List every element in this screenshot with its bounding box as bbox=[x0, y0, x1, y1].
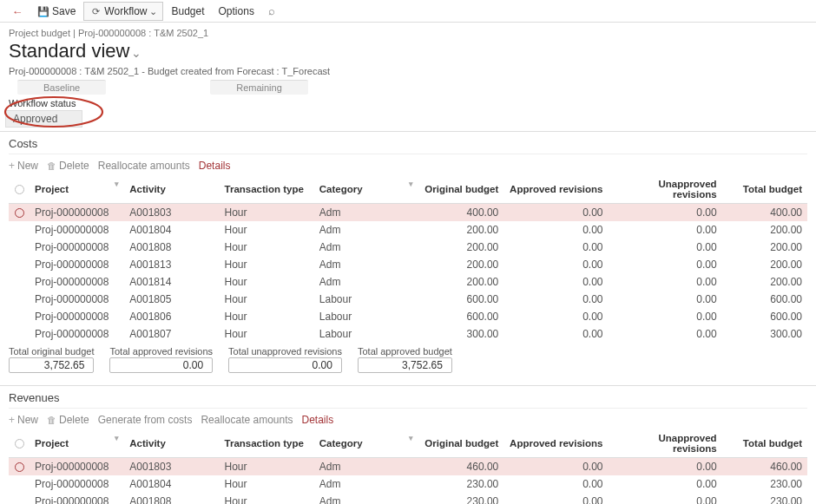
cell-orig: 200.00 bbox=[418, 273, 503, 291]
revenues-delete[interactable]: Delete bbox=[47, 414, 89, 426]
col-orig[interactable]: Original budget bbox=[418, 429, 503, 458]
revenues-new[interactable]: New bbox=[9, 414, 38, 426]
options-button[interactable]: Options bbox=[213, 2, 260, 21]
cell-apprev: 0.00 bbox=[503, 291, 608, 308]
col-project[interactable]: Project bbox=[30, 175, 124, 204]
chevron-down-icon bbox=[149, 5, 157, 17]
col-unapprev[interactable]: Unapproved revisions bbox=[608, 429, 721, 458]
revenues-gen-from-costs[interactable]: Generate from costs bbox=[98, 414, 193, 426]
cell-apprev: 0.00 bbox=[503, 221, 608, 239]
table-row[interactable]: Proj-000000008A001803HourAdm460.000.000.… bbox=[9, 458, 807, 476]
col-apprev[interactable]: Approved revisions bbox=[503, 175, 608, 204]
cell-unapprev: 0.00 bbox=[608, 458, 721, 476]
table-row[interactable]: Proj-000000008A001806HourLabour600.000.0… bbox=[9, 308, 807, 325]
costs-new[interactable]: New bbox=[9, 160, 38, 172]
cell-project: Proj-000000008 bbox=[30, 273, 124, 291]
col-activity[interactable]: Activity bbox=[124, 429, 219, 458]
table-row[interactable]: Proj-000000008A001807HourLabour300.000.0… bbox=[9, 325, 807, 343]
table-row[interactable]: Proj-000000008A001813HourAdm200.000.000.… bbox=[9, 256, 807, 273]
cell-orig: 300.00 bbox=[418, 325, 503, 343]
workflow-button[interactable]: Workflow bbox=[83, 2, 163, 21]
select-all-radio[interactable] bbox=[15, 185, 24, 194]
tab-baseline[interactable]: Baseline bbox=[17, 80, 106, 95]
table-row[interactable]: Proj-000000008A001804HourAdm230.000.000.… bbox=[9, 475, 807, 493]
table-row[interactable]: Proj-000000008A001805HourLabour600.000.0… bbox=[9, 291, 807, 308]
cell-category: Adm bbox=[314, 493, 418, 504]
col-total[interactable]: Total budget bbox=[722, 429, 807, 458]
col-orig[interactable]: Original budget bbox=[418, 175, 503, 204]
costs-tot-apprev: 0.00 bbox=[109, 357, 213, 373]
cell-txtype: Hour bbox=[220, 291, 314, 308]
row-radio[interactable] bbox=[15, 462, 24, 472]
table-row[interactable]: Proj-000000008A001803HourAdm400.000.000.… bbox=[9, 204, 807, 222]
cell-total: 400.00 bbox=[722, 204, 807, 222]
select-all-radio[interactable] bbox=[15, 439, 24, 448]
arrow-left-icon bbox=[11, 5, 23, 17]
costs-section: Costs New Delete Reallocate amounts Deta… bbox=[0, 132, 816, 382]
cell-total: 300.00 bbox=[722, 325, 807, 343]
cell-apprev: 0.00 bbox=[503, 325, 608, 343]
budget-button[interactable]: Budget bbox=[165, 2, 210, 21]
col-total[interactable]: Total budget bbox=[722, 175, 807, 204]
cell-orig: 200.00 bbox=[418, 239, 503, 256]
tab-remaining[interactable]: Remaining bbox=[210, 80, 308, 95]
costs-table: Project Activity Transaction type Catego… bbox=[9, 175, 807, 343]
col-category[interactable]: Category bbox=[314, 429, 418, 458]
col-txtype[interactable]: Transaction type bbox=[220, 429, 314, 458]
top-toolbar: Save Workflow Budget Options bbox=[0, 0, 816, 23]
cell-total: 200.00 bbox=[722, 273, 807, 291]
cell-orig: 230.00 bbox=[418, 493, 503, 504]
table-row[interactable]: Proj-000000008A001808HourAdm230.000.000.… bbox=[9, 493, 807, 504]
table-row[interactable]: Proj-000000008A001808HourAdm200.000.000.… bbox=[9, 239, 807, 256]
col-category[interactable]: Category bbox=[314, 175, 418, 204]
cell-total: 600.00 bbox=[722, 308, 807, 325]
costs-tot-orig: 3,752.65 bbox=[9, 357, 94, 373]
cell-orig: 600.00 bbox=[418, 308, 503, 325]
revenues-section: Revenues New Delete Generate from costs … bbox=[0, 386, 816, 504]
cell-txtype: Hour bbox=[220, 493, 314, 504]
cell-orig: 200.00 bbox=[418, 256, 503, 273]
cell-apprev: 0.00 bbox=[503, 308, 608, 325]
cell-activity: A001808 bbox=[124, 239, 219, 256]
cell-activity: A001803 bbox=[124, 204, 219, 222]
col-txtype[interactable]: Transaction type bbox=[220, 175, 314, 204]
cell-orig: 400.00 bbox=[418, 204, 503, 222]
cell-orig: 200.00 bbox=[418, 221, 503, 239]
sub-description: Proj-000000008 : T&M 2502_1 - Budget cre… bbox=[0, 66, 816, 80]
cell-unapprev: 0.00 bbox=[608, 256, 721, 273]
cell-project: Proj-000000008 bbox=[30, 221, 124, 239]
costs-title: Costs bbox=[9, 135, 807, 154]
revenues-reallocate[interactable]: Reallocate amounts bbox=[201, 414, 293, 426]
cell-txtype: Hour bbox=[220, 256, 314, 273]
costs-delete[interactable]: Delete bbox=[47, 160, 89, 172]
cell-apprev: 0.00 bbox=[503, 493, 608, 504]
col-unapprev[interactable]: Unapproved revisions bbox=[608, 175, 721, 204]
page-title[interactable]: Standard view⌄ bbox=[0, 40, 816, 66]
revenues-details[interactable]: Details bbox=[302, 414, 334, 426]
cell-project: Proj-000000008 bbox=[30, 308, 124, 325]
search-button[interactable] bbox=[262, 2, 281, 21]
trash-icon bbox=[47, 414, 56, 426]
col-apprev[interactable]: Approved revisions bbox=[503, 429, 608, 458]
cell-unapprev: 0.00 bbox=[608, 493, 721, 504]
cell-unapprev: 0.00 bbox=[608, 239, 721, 256]
cell-activity: A001805 bbox=[124, 291, 219, 308]
save-label: Save bbox=[52, 5, 76, 17]
col-activity[interactable]: Activity bbox=[124, 175, 219, 204]
cell-unapprev: 0.00 bbox=[608, 308, 721, 325]
tot-unapprev-label: Total unapproved revisions bbox=[228, 346, 342, 357]
cell-unapprev: 0.00 bbox=[608, 221, 721, 239]
save-button[interactable]: Save bbox=[31, 2, 82, 21]
row-radio[interactable] bbox=[15, 208, 24, 218]
cell-category: Labour bbox=[314, 308, 418, 325]
cell-apprev: 0.00 bbox=[503, 475, 608, 493]
back-button[interactable] bbox=[5, 2, 30, 21]
cell-project: Proj-000000008 bbox=[30, 458, 124, 476]
table-row[interactable]: Proj-000000008A001804HourAdm200.000.000.… bbox=[9, 221, 807, 239]
costs-reallocate[interactable]: Reallocate amounts bbox=[98, 160, 190, 172]
table-row[interactable]: Proj-000000008A001814HourAdm200.000.000.… bbox=[9, 273, 807, 291]
costs-details[interactable]: Details bbox=[199, 160, 231, 172]
cell-activity: A001804 bbox=[124, 475, 219, 493]
col-project[interactable]: Project bbox=[30, 429, 124, 458]
costs-actions: New Delete Reallocate amounts Details bbox=[9, 154, 807, 175]
